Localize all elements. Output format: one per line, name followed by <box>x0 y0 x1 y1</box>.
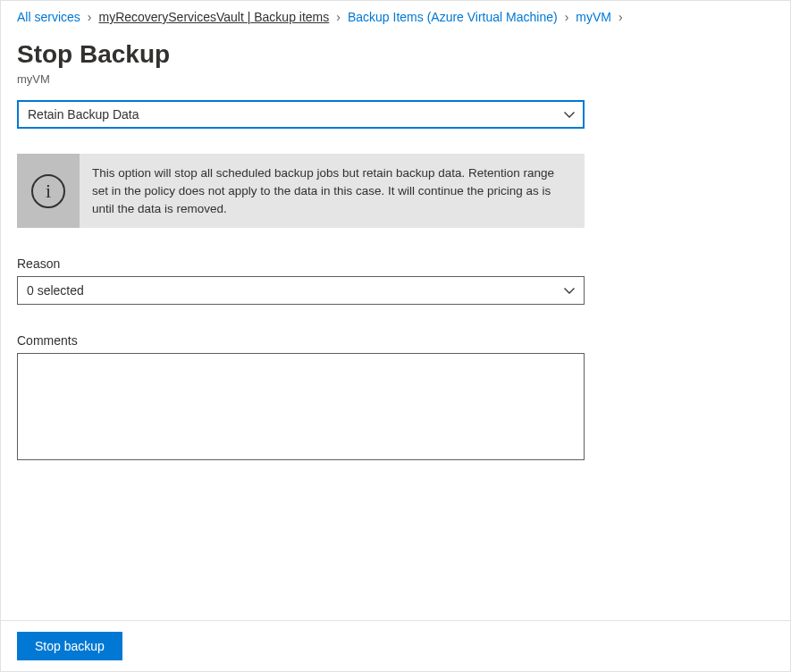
page-title: Stop Backup <box>17 38 774 71</box>
chevron-right-icon: › <box>84 10 96 24</box>
chevron-right-icon: › <box>615 10 627 24</box>
page-header: Stop Backup myVM <box>1 29 790 100</box>
info-icon-cell: i <box>17 154 80 228</box>
page-subtitle: myVM <box>17 72 774 86</box>
footer: Stop backup <box>1 620 790 671</box>
breadcrumb-item-all-services[interactable]: All services <box>17 10 80 24</box>
stop-backup-button[interactable]: Stop backup <box>17 632 122 660</box>
breadcrumb: All services › myRecoveryServicesVault |… <box>1 1 790 29</box>
info-box: i This option will stop all scheduled ba… <box>17 154 585 228</box>
breadcrumb-item-myvm[interactable]: myVM <box>576 10 611 24</box>
backup-option-select[interactable]: Retain Backup Data <box>17 100 585 129</box>
info-text: This option will stop all scheduled back… <box>80 154 585 228</box>
comments-label: Comments <box>17 333 774 348</box>
chevron-right-icon: › <box>561 10 573 24</box>
backup-option-value: Retain Backup Data <box>28 107 139 122</box>
chevron-right-icon: › <box>332 10 344 24</box>
breadcrumb-item-vault[interactable]: myRecoveryServicesVault | Backup items <box>98 10 329 24</box>
reason-label: Reason <box>17 256 774 271</box>
reason-value: 0 selected <box>27 283 84 298</box>
info-icon: i <box>31 174 65 208</box>
comments-textarea[interactable] <box>17 353 585 460</box>
breadcrumb-item-backup-items[interactable]: Backup Items (Azure Virtual Machine) <box>348 10 558 24</box>
reason-select[interactable]: 0 selected <box>17 276 585 305</box>
